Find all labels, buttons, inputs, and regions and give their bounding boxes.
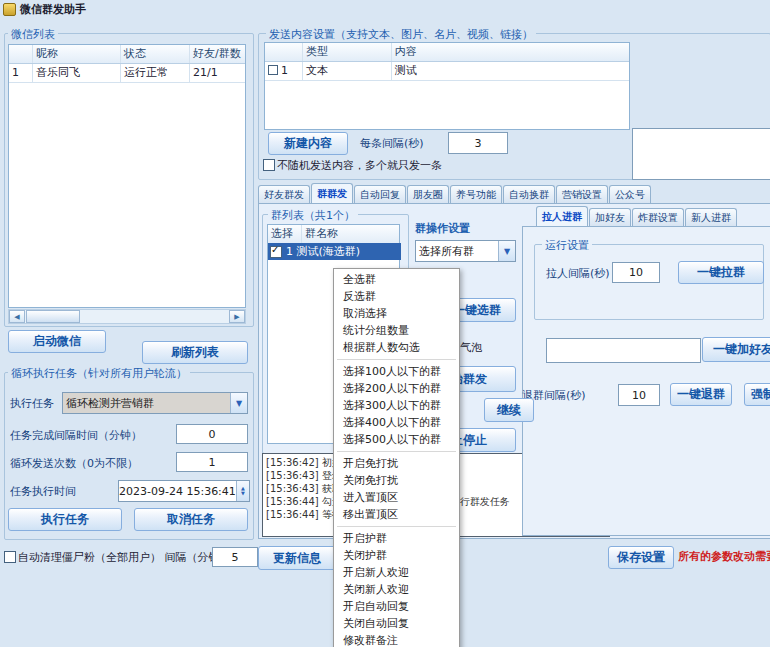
pull-interval-label: 拉人间隔(秒) [546, 266, 610, 281]
cancel-task-button[interactable]: 取消任务 [134, 508, 248, 531]
scroll-right-icon[interactable]: ▶ [229, 310, 245, 323]
content-preview-box[interactable] [632, 128, 770, 180]
chevron-down-icon[interactable]: ▼ [498, 241, 515, 261]
context-menu[interactable]: 全选群反选群取消选择统计分组数量根据群人数勾选选择100人以下的群选择200人以… [333, 268, 460, 647]
context-menu-item-7[interactable]: 选择200人以下的群 [334, 380, 459, 397]
content-settings-title: 发送内容设置（支持文本、图片、名片、视频、链接） [266, 27, 536, 42]
loop-count-input[interactable]: 1 [176, 452, 248, 472]
main-tab-4[interactable]: 养号功能 [450, 185, 502, 203]
table-header-row: 类型内容 [265, 43, 629, 62]
main-tab-2[interactable]: 自动回复 [354, 185, 406, 203]
table-cell: 1 [265, 62, 303, 80]
main-tab-3[interactable]: 朋友圈 [407, 185, 449, 203]
context-menu-item-17[interactable]: 开启护群 [334, 530, 459, 547]
content-table[interactable]: 类型内容1文本测试 [264, 42, 630, 130]
table-cell: 群名称 [302, 225, 399, 243]
accounts-hscrollbar[interactable]: ◀ ▶ [8, 309, 246, 324]
context-menu-item-3[interactable]: 统计分组数量 [334, 322, 459, 339]
table-cell: 1 [9, 64, 33, 82]
chevron-down-icon[interactable]: ▼ [230, 393, 247, 413]
title-bar: 微信群发助手 [0, 0, 770, 18]
right-tabstrip[interactable]: 拉人进群加好友炸群设置新人进群 [536, 207, 738, 226]
finish-interval-input[interactable]: 0 [176, 424, 248, 444]
spinner-icon[interactable]: ▲▼ [236, 481, 249, 501]
context-menu-item-0[interactable]: 全选群 [334, 271, 459, 288]
main-tab-0[interactable]: 好友群发 [258, 185, 310, 203]
group-list-title: 群列表（共1个） [268, 208, 358, 223]
refresh-list-button[interactable]: 刷新列表 [142, 341, 248, 364]
exec-time-label: 任务执行时间 [10, 484, 76, 499]
context-menu-item-21[interactable]: 开启自动回复 [334, 598, 459, 615]
right-tab-0[interactable]: 拉人进群 [536, 206, 588, 226]
random-send-label: 不随机发送内容，多个就只发一条 [277, 158, 442, 173]
content-interval-input[interactable]: 3 [448, 132, 508, 154]
main-tab-5[interactable]: 自动换群 [503, 185, 555, 203]
add-friend-button[interactable]: 一键加好友 [702, 337, 770, 362]
group-row-label: 1 测试(海选群) [286, 244, 360, 259]
random-send-checkbox[interactable] [263, 159, 275, 171]
continue-button[interactable]: 继续 [484, 398, 534, 422]
scroll-left-icon[interactable]: ◀ [9, 310, 25, 323]
context-menu-item-12[interactable]: 开启免打扰 [334, 455, 459, 472]
exec-time-picker[interactable]: 2023-09-24 15:36:41 ▲▼ [118, 480, 250, 502]
pull-group-button[interactable]: 一键拉群 [678, 261, 764, 284]
context-menu-item-18[interactable]: 关闭护群 [334, 547, 459, 564]
table-cell [265, 43, 303, 61]
context-menu-item-10[interactable]: 选择500人以下的群 [334, 431, 459, 448]
loop-task-title: 循环执行任务（针对所有用户轮流） [8, 366, 190, 381]
main-tabstrip[interactable]: 好友群发群群发自动回复朋友圈养号功能自动换群营销设置公众号 [258, 184, 652, 203]
quit-group-button[interactable]: 一键退群 [670, 383, 732, 406]
save-settings-button[interactable]: 保存设置 [608, 546, 674, 569]
auto-clean-checkbox[interactable] [4, 551, 16, 563]
context-menu-item-19[interactable]: 开启新人欢迎 [334, 564, 459, 581]
main-tab-1[interactable]: 群群发 [311, 183, 353, 203]
main-tab-6[interactable]: 营销设置 [556, 185, 608, 203]
table-cell: 音乐同飞 [33, 64, 121, 82]
table-row[interactable]: 1文本测试 [265, 62, 629, 81]
friend-input[interactable] [546, 338, 701, 363]
context-menu-item-13[interactable]: 关闭免打扰 [334, 472, 459, 489]
right-tab-2[interactable]: 炸群设置 [632, 208, 684, 226]
run-task-button[interactable]: 执行任务 [8, 508, 122, 531]
app-icon [3, 3, 16, 16]
context-menu-item-4[interactable]: 根据群人数勾选 [334, 339, 459, 356]
right-tab-1[interactable]: 加好友 [589, 208, 631, 226]
loop-count-label: 循环发送次数（0为不限） [10, 456, 138, 471]
context-menu-item-1[interactable]: 反选群 [334, 288, 459, 305]
context-menu-item-23[interactable]: 修改群备注 [334, 632, 459, 647]
scrollbar-thumb[interactable] [26, 310, 80, 323]
table-cell: 内容 [392, 43, 629, 61]
add-content-button[interactable]: 新建内容 [268, 132, 348, 155]
window-title: 微信群发助手 [20, 2, 86, 17]
context-menu-item-8[interactable]: 选择300人以下的群 [334, 397, 459, 414]
context-menu-item-22[interactable]: 关闭自动回复 [334, 615, 459, 632]
content-interval-label: 每条间隔(秒) [360, 136, 424, 151]
group-ops-combo-value: 选择所有群 [416, 244, 498, 259]
context-menu-item-14[interactable]: 进入置顶区 [334, 489, 459, 506]
table-row[interactable]: 1音乐同飞运行正常21/1 [9, 64, 245, 83]
force-quit-button[interactable]: 强制退群 [744, 383, 770, 406]
table-cell: 21/1 [190, 64, 245, 82]
task-label: 执行任务 [10, 396, 54, 411]
task-combo[interactable]: 循环检测并营销群 ▼ [62, 392, 248, 414]
quit-interval-input[interactable]: 10 [618, 384, 660, 406]
start-wechat-button[interactable]: 启动微信 [8, 330, 106, 353]
group-ops-combo[interactable]: 选择所有群 ▼ [415, 240, 516, 262]
update-info-button[interactable]: 更新信息 [258, 546, 336, 570]
right-tab-3[interactable]: 新人进群 [685, 208, 737, 226]
context-menu-item-2[interactable]: 取消选择 [334, 305, 459, 322]
context-menu-item-6[interactable]: 选择100人以下的群 [334, 363, 459, 380]
table-cell: 运行正常 [121, 64, 190, 82]
group-ops-label: 群操作设置 [415, 221, 470, 236]
accounts-table[interactable]: 昵称状态好友/群数1音乐同飞运行正常21/1 [8, 44, 246, 308]
group-row-selected[interactable]: 1 测试(海选群) [268, 243, 401, 260]
pull-interval-input[interactable]: 10 [612, 262, 660, 283]
context-menu-item-9[interactable]: 选择400人以下的群 [334, 414, 459, 431]
table-cell: 类型 [303, 43, 392, 61]
main-tab-7[interactable]: 公众号 [609, 185, 651, 203]
app-window: { "window": { "title": "微信群发助手" }, "left… [0, 0, 770, 647]
clean-interval-input[interactable]: 5 [212, 547, 258, 567]
context-menu-item-15[interactable]: 移出置顶区 [334, 506, 459, 523]
context-menu-item-20[interactable]: 关闭新人欢迎 [334, 581, 459, 598]
group-checkbox-checked[interactable] [270, 246, 282, 258]
